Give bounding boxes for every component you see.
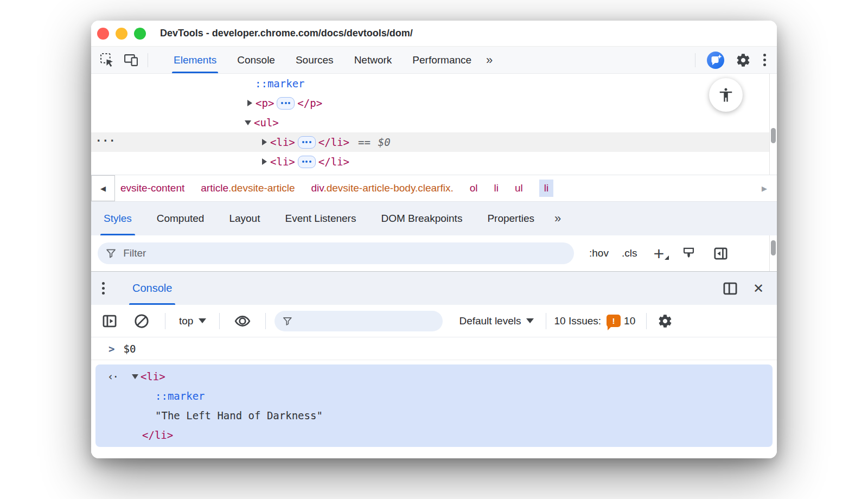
zoom-window-button[interactable] [134,28,146,40]
accessibility-person-icon [718,87,734,103]
equals-sign: == [358,136,371,148]
tree-row-p[interactable]: <p> </p> [91,93,777,113]
filter-funnel-icon [105,247,117,259]
breadcrumb: evsite-content article.devsite-article d… [115,180,553,197]
console-evaluated-expression: $0 [123,343,136,355]
chevron-down-icon [199,318,206,323]
collapse-arrow-icon[interactable] [132,374,138,379]
console-toolbar: top Default levels 10 Issues: ! 10 [91,305,777,337]
filter-funnel-icon [282,315,293,327]
expand-arrow-icon[interactable] [244,100,256,106]
console-result-selected[interactable]: ‹· <li> ::marker "The Left Hand of Darkn… [95,364,773,447]
settings-gear-icon[interactable] [736,53,751,68]
live-expression-eye-icon[interactable] [234,312,251,330]
console-filter-input[interactable] [298,315,435,327]
tab-computed[interactable]: Computed [144,202,217,235]
breadcrumb-item[interactable]: li [494,182,499,194]
dom-scrollbar[interactable] [769,74,777,175]
devtools-window: DevTools - developer.chrome.com/docs/dev… [91,21,777,458]
split-panel-icon[interactable] [723,281,738,296]
accessibility-fab-button[interactable] [709,78,743,112]
drawer-tab-console[interactable]: Console [115,272,189,305]
console-sidebar-icon[interactable] [102,314,117,329]
minimize-window-button[interactable] [116,28,127,40]
breadcrumb-item[interactable]: ol [470,182,478,194]
forward-arrow-icon[interactable]: ▶ [762,184,767,193]
tab-properties[interactable]: Properties [475,202,547,235]
toolbar-divider [646,313,647,329]
expand-arrow-icon[interactable] [258,158,270,165]
tab-console[interactable]: Console [227,47,285,73]
console-input-row[interactable]: > $0 [91,337,777,360]
new-style-rule-button[interactable]: + [653,248,664,259]
issues-counter[interactable]: 10 Issues: ! 10 [554,315,635,327]
breadcrumb-item[interactable]: article.devsite-article [201,182,295,194]
breadcrumb-item-selected[interactable]: li [539,180,553,197]
tree-row-li[interactable]: <li> </li> [91,152,777,171]
overflow-dots-icon[interactable]: ··· [95,135,116,146]
drawer-header: Console ✕ [91,271,777,305]
chevron-down-icon [526,318,534,323]
breadcrumb-item[interactable]: evsite-content [120,182,184,194]
kebab-menu-icon[interactable] [762,54,767,66]
issues-badge-icon: ! [607,315,621,327]
returned-value-arrow-icon: ‹· [107,370,118,382]
tree-row-marker[interactable]: ::marker [91,74,777,93]
breadcrumb-item[interactable]: ul [515,182,523,194]
tab-styles[interactable]: Styles [91,202,144,235]
drawer-kebab-menu-icon[interactable] [91,282,115,295]
more-tabs-icon[interactable]: » [554,212,560,226]
tab-dom-breakpoints[interactable]: DOM Breakpoints [368,202,475,235]
tree-row-partial[interactable]: </ul> [91,171,777,175]
tab-layout[interactable]: Layout [216,202,272,235]
collapsed-content-ellipsis-icon[interactable] [298,156,316,168]
console-variable-label: $0 [378,136,391,148]
toolbar-divider [695,53,695,67]
clear-console-icon[interactable] [133,313,150,329]
inspect-element-icon[interactable] [99,52,115,68]
toggle-sidebar-panel-icon[interactable] [713,246,728,261]
dom-scrollbar-thumb[interactable] [771,128,776,143]
elements-dom-tree: ::marker <p> </p> <ul> ··· <li> </li> ==… [91,74,777,175]
ai-assistant-icon[interactable] [706,51,725,69]
tab-network[interactable]: Network [344,47,403,73]
styles-scrollbar-thumb[interactable] [771,240,776,255]
collapsed-content-ellipsis-icon[interactable] [298,136,316,149]
brush-icon[interactable] [681,246,696,261]
toolbar-divider [265,313,266,329]
styles-sidebar-tabs: Styles Computed Layout Event Listeners D… [91,202,777,235]
console-messages: > $0 ‹· <li> ::marker "The Left Hand of … [91,337,777,458]
styles-scrollbar[interactable] [769,235,777,271]
log-levels-selector[interactable]: Default levels [459,315,534,327]
prompt-chevron-icon: > [108,343,114,355]
toggle-element-state-button[interactable]: :hov [589,247,609,259]
tab-elements[interactable]: Elements [163,47,227,73]
breadcrumb-bar: ◀ evsite-content article.devsite-article… [91,175,777,202]
toolbar-divider [148,53,148,67]
tab-event-listeners[interactable]: Event Listeners [272,202,368,235]
main-toolbar: Elements Console Sources Network Perform… [91,47,777,74]
close-drawer-icon[interactable]: ✕ [753,281,764,296]
console-settings-gear-icon[interactable] [658,314,673,329]
close-window-button[interactable] [97,28,109,40]
node-text-content: "The Left Hand of Darkness" [155,410,323,421]
tree-row-li-selected[interactable]: ··· <li> </li> == $0 [91,132,777,152]
device-toolbar-icon[interactable] [123,52,139,68]
breadcrumb-back-button[interactable]: ◀ [91,175,115,201]
collapsed-content-ellipsis-icon[interactable] [277,97,295,110]
collapse-arrow-icon[interactable] [242,120,254,125]
toolbar-divider [219,313,220,329]
tab-sources[interactable]: Sources [285,47,344,73]
breadcrumb-item[interactable]: div.devsite-article-body.clearfix. [311,182,453,194]
styles-filter-row: :hov .cls + [91,235,777,271]
styles-filter-field[interactable] [98,242,574,264]
tree-row-ul[interactable]: <ul> [91,113,777,132]
element-classes-button[interactable]: .cls [622,247,637,259]
styles-filter-input[interactable] [123,247,566,259]
more-tabs-icon[interactable]: » [486,53,492,67]
console-filter-field[interactable] [275,311,443,331]
expand-arrow-icon[interactable] [258,139,270,145]
tab-performance[interactable]: Performance [402,47,482,73]
toolbar-divider [546,313,546,329]
javascript-context-selector[interactable]: top [179,315,206,327]
